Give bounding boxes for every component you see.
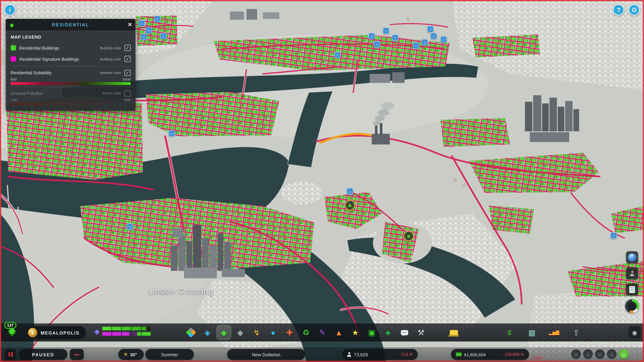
- signature-building-marker[interactable]: ◆: [345, 200, 355, 211]
- education-tool[interactable]: ✎: [316, 326, 330, 339]
- building-map-marker[interactable]: ⌂: [368, 33, 375, 39]
- info-icon: i: [9, 6, 11, 13]
- building-map-marker[interactable]: ⌂: [347, 188, 353, 195]
- landmark-house-icon[interactable]: ⌂: [454, 176, 457, 183]
- residential-infoview-icon: ◆: [10, 22, 14, 28]
- pollution-checkbox[interactable]: [124, 90, 131, 96]
- economy-tool[interactable]: ¢: [503, 326, 517, 339]
- xp-progress-group[interactable]: ◆: [94, 327, 151, 336]
- zones-tool[interactable]: [184, 326, 198, 339]
- roads-tool[interactable]: ◆: [233, 326, 247, 339]
- settings-button[interactable]: ⚙: [628, 4, 640, 15]
- building-map-marker[interactable]: ⌂: [610, 232, 617, 239]
- areas-tool[interactable]: ◈: [200, 326, 214, 339]
- color-type-label: Terrain color: [102, 91, 121, 95]
- building-map-marker[interactable]: ⌂: [383, 27, 389, 34]
- police-tool[interactable]: ★: [348, 326, 362, 339]
- happiness-face-4[interactable]: ☺: [607, 349, 616, 359]
- healthcare-icon: ✚: [286, 329, 293, 336]
- parks-recreation-tool[interactable]: ♣: [381, 326, 395, 339]
- fire-rescue-tool[interactable]: ▲: [332, 326, 346, 339]
- legend-label: Ground Pollution: [11, 91, 102, 95]
- globe-button[interactable]: [626, 251, 638, 264]
- healthcare-tool[interactable]: ✚: [282, 326, 296, 339]
- population-value: 73,629: [354, 352, 368, 357]
- speed-button[interactable]: ▸▸▸: [70, 349, 84, 360]
- water-sewage-tool[interactable]: ●: [266, 326, 280, 339]
- gem-icon: ◆: [94, 327, 100, 335]
- building-map-marker[interactable]: ⌂: [427, 26, 434, 32]
- garbage-tool[interactable]: ♻: [299, 326, 313, 339]
- building-map-marker[interactable]: ⌂: [430, 33, 437, 39]
- photo-mode-tool[interactable]: ◉: [628, 326, 641, 339]
- building-map-marker[interactable]: ⌂: [422, 39, 428, 45]
- recorder-watermark: 已追踪: [532, 356, 542, 361]
- gear-icon: ⚙: [631, 6, 637, 14]
- game-screen: ⌂⌂⌂⌂⌂⌂⌂⌂⌂⌂⌂⌂⌂⌂⌂⌂⌂⌂⌂⌂⌂⌂◆◆ Linden Crossing…: [0, 0, 644, 362]
- areas-icon: ◈: [204, 329, 210, 336]
- building-map-marker[interactable]: ⌂: [154, 15, 160, 22]
- color-type-label: Building color: [100, 46, 121, 50]
- building-map-marker[interactable]: ⌂: [126, 223, 133, 230]
- help-icon: ?: [617, 6, 620, 13]
- electricity-tool[interactable]: ↯: [250, 326, 264, 339]
- landscaping-tool[interactable]: ⚒: [414, 326, 428, 339]
- happiness-face-3[interactable]: ☺: [595, 349, 604, 359]
- season-pill[interactable]: Summer: [146, 349, 194, 360]
- paused-label: PAUSED: [32, 352, 54, 357]
- upload-tool[interactable]: ⇪: [569, 326, 583, 339]
- info-button[interactable]: i: [4, 4, 16, 15]
- status-bar: PAUSED ▸▸▸ ☀ 30° Summer New Dollarton 73…: [0, 347, 644, 362]
- happiness-face-1[interactable]: ☺: [572, 349, 581, 359]
- roads-icon: ◆: [237, 329, 243, 336]
- signature-buildings-checkbox[interactable]: ✓: [124, 56, 131, 62]
- journal-button[interactable]: [626, 283, 638, 296]
- building-map-marker[interactable]: ⌂: [160, 33, 167, 39]
- transportation-tool[interactable]: ▣: [365, 326, 379, 339]
- building-map-marker[interactable]: ⌂: [440, 36, 447, 43]
- money-pill[interactable]: ¢1,600,604 -138,699 /h: [451, 349, 529, 360]
- simulation-state-pill[interactable]: PAUSED: [19, 349, 68, 360]
- population-pill[interactable]: 73,629 -712 /h: [342, 349, 418, 360]
- building-map-marker[interactable]: ⌂: [140, 34, 147, 40]
- communications-tool[interactable]: •••: [398, 326, 412, 339]
- building-map-marker[interactable]: ⌂: [374, 41, 380, 48]
- legend-row-signature-buildings: Residential Signature Buildings Building…: [11, 53, 131, 64]
- city-name-pill[interactable]: New Dollarton: [227, 349, 305, 360]
- building-map-marker[interactable]: ⌂: [146, 27, 152, 34]
- temperature-pill[interactable]: ☀ 30°: [118, 349, 144, 360]
- signature-building-marker[interactable]: ◆: [403, 231, 414, 241]
- population-rate: -712 /h: [400, 352, 413, 357]
- color-type-label: Network color: [100, 70, 121, 75]
- electricity-icon: ↯: [254, 329, 260, 336]
- building-map-marker[interactable]: ⌂: [168, 130, 175, 137]
- residential-buildings-checkbox[interactable]: ✓: [124, 45, 131, 51]
- building-map-marker[interactable]: ⌂: [413, 42, 419, 49]
- bulldozer-tool[interactable]: [447, 326, 461, 339]
- happiness-face-2[interactable]: ☺: [583, 349, 593, 359]
- building-map-marker[interactable]: ⌂: [334, 52, 341, 58]
- suitability-checkbox[interactable]: ✓: [124, 69, 131, 76]
- transportation-icon: ▣: [368, 329, 375, 336]
- happiness-face-5[interactable]: ☺: [619, 349, 628, 359]
- city-journal-icon: ▦: [528, 329, 536, 336]
- legend-label: Residential Signature Buildings: [19, 56, 100, 61]
- photo-mode-icon: ◉: [632, 329, 637, 336]
- milestone-progress-dial[interactable]: [625, 299, 639, 313]
- xp-level-button[interactable]: ◆ 137: [5, 325, 23, 341]
- landmark-house-icon[interactable]: ⌂: [463, 181, 466, 187]
- water-sewage-icon: ●: [271, 329, 276, 336]
- building-map-marker[interactable]: ⌂: [138, 20, 145, 27]
- pause-button[interactable]: [5, 349, 16, 360]
- statistics-tool[interactable]: ▂▅▇: [547, 326, 561, 339]
- close-icon[interactable]: ×: [128, 21, 132, 28]
- milestone-button[interactable]: ♛ MEGALOPOLIS: [26, 326, 86, 339]
- diamond-icon: ◆: [348, 203, 352, 208]
- landmark-house-icon[interactable]: ⌂: [406, 15, 410, 21]
- signature-color-swatch: [11, 56, 16, 62]
- citizen-info-button[interactable]: [626, 267, 638, 279]
- help-button[interactable]: ?: [613, 4, 624, 15]
- city-journal-tool[interactable]: ▦: [525, 326, 539, 339]
- infoviews-tool[interactable]: ◆: [217, 326, 231, 339]
- building-map-marker[interactable]: ⌂: [392, 34, 398, 41]
